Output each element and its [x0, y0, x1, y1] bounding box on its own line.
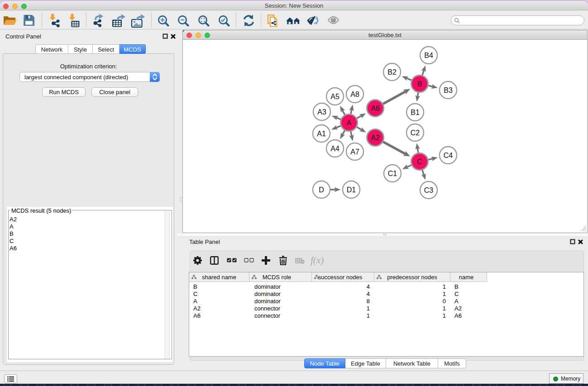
svg-text:A6: A6 [371, 105, 380, 112]
svg-text:A8: A8 [350, 91, 359, 98]
svg-text:A5: A5 [330, 93, 339, 100]
svg-text:C1: C1 [388, 170, 397, 177]
svg-text:A: A [347, 119, 352, 127]
svg-text:A7: A7 [350, 148, 359, 156]
svg-text:A3: A3 [317, 108, 326, 116]
svg-text:A1: A1 [317, 130, 326, 138]
svg-text:D: D [319, 186, 324, 194]
svg-text:B2: B2 [387, 68, 397, 76]
svg-text:A2: A2 [371, 134, 380, 142]
svg-text:B1: B1 [411, 109, 420, 116]
svg-text:D1: D1 [347, 186, 356, 194]
svg-text:B4: B4 [424, 52, 433, 59]
svg-text:C: C [417, 158, 422, 166]
svg-text:B: B [417, 80, 422, 88]
svg-text:C4: C4 [444, 152, 453, 159]
svg-text:B3: B3 [444, 86, 453, 94]
svg-text:C3: C3 [424, 186, 434, 194]
svg-text:C2: C2 [411, 129, 420, 137]
svg-text:A4: A4 [330, 145, 339, 152]
